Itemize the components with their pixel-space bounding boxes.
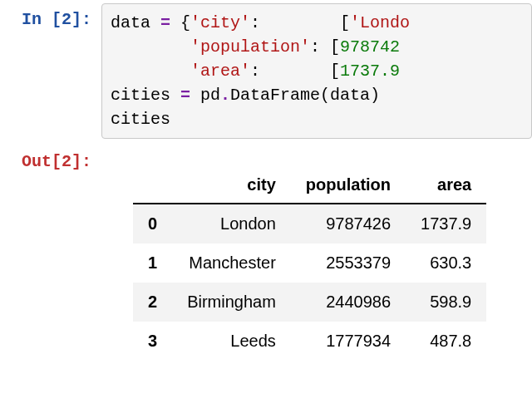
cell-city: Manchester xyxy=(172,243,291,283)
output-body: city population area 0 London 9787426 17… xyxy=(101,145,532,361)
code-dot: . xyxy=(220,86,230,105)
dataframe-output: city population area 0 London 9787426 17… xyxy=(101,145,532,361)
cell-area: 487.8 xyxy=(406,322,486,361)
table-header-row: city population area xyxy=(133,167,486,204)
code-text: : [ xyxy=(250,13,350,32)
code-text: { xyxy=(170,13,190,32)
output-cell: Out[2]: city population area 0 London 97 xyxy=(0,142,532,364)
code-string: 'city' xyxy=(190,13,250,32)
header-city: city xyxy=(172,167,291,204)
code-number: 1737.9 xyxy=(340,61,400,81)
cell-population: 1777934 xyxy=(291,322,406,361)
header-index xyxy=(133,167,172,204)
code-text: DataFrame(data) xyxy=(230,86,380,105)
row-index: 0 xyxy=(133,204,172,243)
code-operator: = xyxy=(180,86,190,105)
code-block[interactable]: data = {'city': ['Londo 'population': [9… xyxy=(101,3,532,139)
row-index: 1 xyxy=(133,243,172,283)
cell-area: 630.3 xyxy=(406,243,486,283)
code-text xyxy=(111,61,190,81)
row-index: 2 xyxy=(133,283,172,322)
table-row: 0 London 9787426 1737.9 xyxy=(133,204,486,243)
input-cell: In [2]: data = {'city': ['Londo 'populat… xyxy=(0,0,532,142)
output-prompt: Out[2]: xyxy=(0,145,101,171)
cell-population: 2440986 xyxy=(291,283,406,322)
code-text: : [ xyxy=(250,61,340,81)
input-body: data = {'city': ['Londo 'population': [9… xyxy=(101,3,532,139)
code-text: cities xyxy=(111,86,180,105)
table-row: 2 Birmingham 2440986 598.9 xyxy=(133,283,486,322)
cell-city: London xyxy=(172,204,291,243)
code-number: 978742 xyxy=(340,37,400,57)
cell-city: Leeds xyxy=(172,322,291,361)
header-population: population xyxy=(291,167,406,204)
row-index: 3 xyxy=(133,322,172,361)
dataframe-table: city population area 0 London 9787426 17… xyxy=(133,167,486,361)
cell-city: Birmingham xyxy=(172,283,291,322)
cell-population: 2553379 xyxy=(291,243,406,283)
code-text: pd xyxy=(190,86,220,105)
header-area: area xyxy=(406,167,486,204)
code-text xyxy=(111,37,190,57)
table-row: 3 Leeds 1777934 487.8 xyxy=(133,322,486,361)
table-row: 1 Manchester 2553379 630.3 xyxy=(133,243,486,283)
code-text: cities xyxy=(111,110,170,129)
code-text: data xyxy=(111,13,160,32)
code-text: : [ xyxy=(310,37,340,57)
code-string: 'population' xyxy=(190,37,310,57)
code-operator: = xyxy=(160,13,170,32)
cell-area: 598.9 xyxy=(406,283,486,322)
code-string: 'area' xyxy=(190,61,250,81)
cell-population: 9787426 xyxy=(291,204,406,243)
input-prompt: In [2]: xyxy=(0,3,101,29)
code-string: 'Londo xyxy=(350,13,410,32)
cell-area: 1737.9 xyxy=(406,204,486,243)
